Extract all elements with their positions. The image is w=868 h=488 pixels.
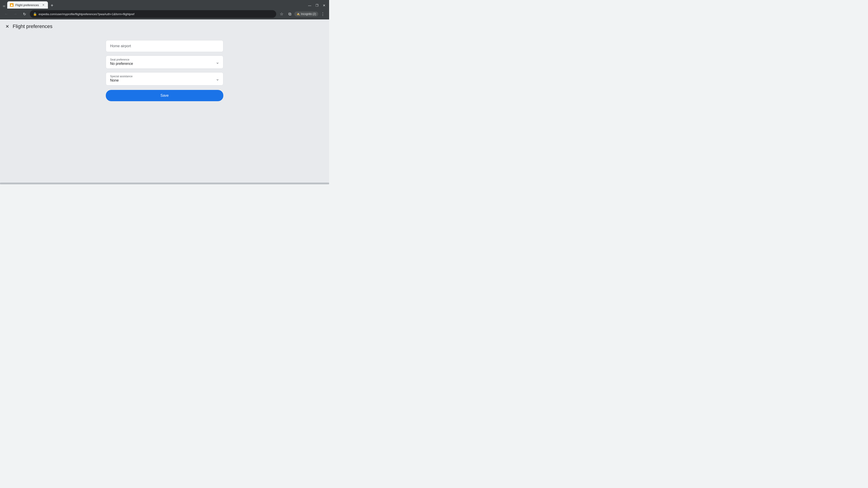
seat-preference-chevron-icon: ⌄ [216, 59, 219, 65]
page-header: ✕ Flight preferences [0, 20, 329, 33]
home-airport-input[interactable] [106, 40, 223, 52]
close-page-button[interactable]: ✕ [4, 24, 10, 29]
address-bar-row: ← → ↻ 🔒 expedia.com/user/myprofile/fligh… [0, 8, 329, 20]
active-tab[interactable]: Flight preferences ✕ [7, 1, 48, 8]
scrollbar-area [0, 183, 329, 184]
tab-favicon [10, 3, 13, 7]
special-assistance-dropdown[interactable]: Special assistance None ⌄ [106, 72, 223, 86]
menu-button[interactable]: ⋮ [319, 10, 327, 18]
incognito-icon: 🕵 [297, 12, 300, 15]
tab-bar-left [2, 4, 6, 8]
window-controls: — ❐ ✕ [307, 2, 327, 8]
seat-preference-dropdown[interactable]: Seat preference No preference ⌄ [106, 56, 223, 69]
split-view-button[interactable]: ⧉ [286, 10, 293, 18]
tab-close-button[interactable]: ✕ [41, 3, 45, 7]
seat-preference-label: Seat preference [110, 58, 219, 61]
page-title: Flight preferences [13, 24, 53, 29]
address-bar[interactable]: 🔒 expedia.com/user/myprofile/flightprefe… [30, 10, 276, 18]
close-button[interactable]: ✕ [321, 2, 327, 8]
tab-title: Flight preferences [16, 3, 40, 7]
back-button[interactable]: ← [3, 10, 10, 18]
bookmark-button[interactable]: ☆ [278, 10, 285, 18]
forward-button[interactable]: → [12, 10, 19, 18]
restore-button[interactable]: ❐ [314, 2, 320, 8]
tab-bar: Flight preferences ✕ + — ❐ ✕ [0, 0, 329, 8]
special-assistance-label: Special assistance [110, 75, 219, 78]
new-tab-button[interactable]: + [49, 2, 55, 8]
page-content: ✕ Flight preferences Seat preference No … [0, 20, 329, 183]
seat-preference-value: No preference [110, 62, 133, 66]
incognito-button[interactable]: 🕵 Incognito (2) [294, 11, 318, 17]
favicon-icon [11, 4, 13, 6]
special-assistance-chevron-icon: ⌄ [216, 76, 219, 82]
url-text: expedia.com/user/myprofile/flightprefere… [39, 12, 273, 16]
save-button[interactable]: Save [106, 90, 223, 101]
form-container: Seat preference No preference ⌄ Special … [0, 33, 329, 183]
reload-button[interactable]: ↻ [21, 10, 28, 18]
browser-actions: ☆ ⧉ 🕵 Incognito (2) ⋮ [278, 10, 327, 18]
scrollbar-track[interactable] [0, 183, 329, 184]
minimize-button[interactable]: — [307, 2, 313, 8]
flight-preferences-form: Seat preference No preference ⌄ Special … [106, 40, 223, 101]
lock-icon: 🔒 [33, 12, 37, 16]
incognito-label: Incognito (2) [301, 12, 316, 15]
tab-list-button[interactable] [2, 4, 6, 8]
browser-chrome: Flight preferences ✕ + — ❐ ✕ ← → ↻ 🔒 exp… [0, 0, 329, 20]
special-assistance-value: None [110, 78, 119, 82]
